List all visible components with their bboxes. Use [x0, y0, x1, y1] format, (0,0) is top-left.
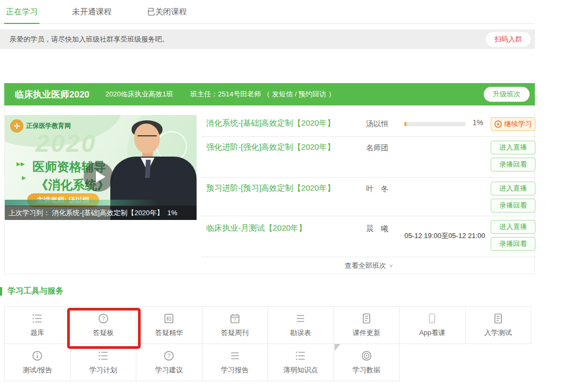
view-all-classes-link[interactable]: 查看全部班次 ˅ [202, 257, 535, 274]
course-teacher: 叶 冬 [366, 184, 388, 194]
tool-label: 课件更新 [353, 328, 380, 338]
enter-live-button[interactable]: 进入直播 [491, 220, 535, 234]
tool-label: 学习建议 [155, 365, 183, 375]
triangle-bullet-icon: ▶ [22, 175, 26, 181]
tool-study-plan[interactable]: 学习计划 [70, 344, 137, 381]
tool-label: 学习数据 [353, 365, 380, 375]
progress-fill [404, 122, 407, 126]
replay-button[interactable]: 录播回看 [491, 237, 535, 251]
course-teacher: 名师团 [366, 143, 388, 153]
advisor-contact-links[interactable]: （ 发短信 / 预约回访 ） [263, 89, 335, 99]
instructor-photo [145, 160, 151, 178]
course-title-link[interactable]: 消化系统-[基础]高效定制【2020年】 [206, 118, 335, 128]
tool-weak-points[interactable]: 薄弱知识点 [267, 344, 334, 381]
tool-errata[interactable]: 勘误表 [267, 306, 334, 344]
tool-label: 答疑周刊 [221, 328, 249, 338]
lines-icon [229, 350, 241, 362]
tool-label: 答疑精华 [155, 328, 183, 338]
course-video-thumbnail[interactable]: ✛ 正保医学教育网 2020 ▶▶ ▶ 医师资格辅导 《消化系统》 主讲老师: … [5, 115, 197, 220]
scan-join-group-button[interactable]: 扫码入群 [486, 32, 531, 47]
question-circle-icon: ? [97, 313, 109, 324]
tab-not-opened[interactable]: 未开通课程 [70, 7, 113, 23]
section-accent-bar [0, 287, 2, 296]
brand-cross-icon: ✛ [10, 119, 23, 133]
course-title-link[interactable]: 预习进阶-[预习]高效定制【2020年】 [206, 183, 335, 193]
last-learned-progress: 1% [167, 209, 177, 217]
tool-app-watch[interactable]: App看课 [399, 306, 466, 344]
tool-label: 学习报告 [221, 365, 249, 375]
svg-text:?: ? [102, 315, 105, 322]
play-button[interactable] [84, 162, 113, 192]
chevron-down-icon: ˅ [389, 263, 393, 269]
tool-study-data[interactable]: 学习数据 [334, 344, 400, 381]
tool-label: 测试/报告 [22, 365, 52, 375]
course-row: 强化进阶-[强化]高效定制【2020年】 名师团 进入直播 录播回看 [202, 137, 535, 178]
upgrade-class-button[interactable]: 升级班次 [484, 87, 530, 102]
list-icon [97, 350, 109, 362]
tool-test-report[interactable]: 测试/报告 [4, 344, 71, 381]
course-title-link[interactable]: 临床执业-月测试【2020年】 [206, 223, 306, 233]
progress-bar [404, 122, 466, 126]
tool-study-report[interactable]: 学习报告 [202, 344, 269, 381]
tool-label: 题库 [30, 328, 44, 338]
brand-logo: ✛ 正保医学教育网 [10, 119, 71, 133]
info-circle-icon [31, 350, 43, 362]
class-advisor: 班主任：2514号田老师 [190, 89, 261, 99]
document-icon [492, 313, 504, 324]
play-icon [96, 171, 105, 183]
replay-button[interactable]: 录播回看 [491, 199, 535, 213]
class-name: 2020临床执业高效1班 [105, 89, 173, 99]
class-card-header: 临床执业医师2020 2020临床执业高效1班 班主任：2514号田老师 （ 发… [4, 83, 535, 105]
live-schedule: 05-12 19:00至05-12 21:00 [404, 231, 485, 241]
triangle-bullet-icon: ▶▶ [17, 161, 25, 167]
tool-answer-board[interactable]: ? 答疑板 [70, 306, 137, 344]
continue-learning-button[interactable]: 继续学习 [491, 117, 535, 131]
course-status-tabbar: 正在学习 未开通课程 已关闭课程 [0, 0, 535, 24]
pointer-artifact-icon [335, 344, 340, 351]
tool-study-advice[interactable]: ? 学习建议 [136, 344, 202, 381]
class-title: 临床执业医师2020 [15, 88, 90, 101]
question-circle-icon: ? [163, 350, 175, 362]
tools-row-2: 测试/报告 学习计划 ? 学习建议 学习报告 [4, 344, 535, 381]
phone-icon [426, 313, 438, 324]
tab-learning[interactable]: 正在学习 [4, 7, 39, 24]
tab-closed[interactable]: 已关闭课程 [145, 7, 189, 23]
tools-section-header: 学习工具与服务 [0, 286, 63, 296]
instructor-photo [137, 135, 157, 141]
notice-text: 亲爱的学员，请尽快加入班级社群享受班级服务吧。 [10, 35, 169, 44]
tools-grid: 题库 ? 答疑板 精 答疑精华 [4, 306, 535, 381]
group-notice-bar: 亲爱的学员，请尽快加入班级社群享受班级服务吧。 扫码入群 [0, 29, 535, 49]
tool-answer-highlights[interactable]: 精 答疑精华 [136, 306, 202, 344]
last-learned-bar: 上次学习到： 消化系统-[基础]高效定制【2020年】 1% [5, 206, 197, 220]
lines-icon [295, 313, 306, 324]
target-icon [361, 350, 372, 362]
tool-label: 勘误表 [290, 328, 311, 338]
brand-name: 正保医学教育网 [26, 121, 71, 130]
tool-label: 入学测试 [484, 328, 512, 338]
enter-live-button[interactable]: 进入直播 [491, 141, 535, 154]
tools-row-1: 题库 ? 答疑板 精 答疑精华 [4, 306, 535, 344]
tool-label: 学习计划 [90, 365, 117, 375]
enter-live-button[interactable]: 进入直播 [491, 182, 535, 195]
tool-label: 答疑板 [93, 328, 113, 338]
jing-badge-icon: 精 [163, 313, 175, 324]
list-icon [31, 313, 43, 324]
document-icon [361, 313, 372, 324]
class-card: 临床执业医师2020 2020临床执业高效1班 班主任：2514号田老师 （ 发… [4, 83, 535, 274]
course-list: 消化系统-[基础]高效定制【2020年】 汤以恒 1% 继续学习 强化进阶-[强… [202, 105, 535, 274]
tool-answer-weekly[interactable]: 7 答疑周刊 [202, 306, 269, 344]
course-teacher: 晨 曦 [366, 224, 388, 234]
svg-text:精: 精 [166, 316, 172, 322]
class-card-body: ✛ 正保医学教育网 2020 ▶▶ ▶ 医师资格辅导 《消化系统》 主讲老师: … [4, 105, 535, 274]
play-circle-icon [494, 120, 502, 128]
course-row: 预习进阶-[预习]高效定制【2020年】 叶 冬 进入直播 录播回看 [202, 178, 535, 216]
svg-text:?: ? [167, 353, 170, 359]
tool-courseware-update[interactable]: 课件更新 [334, 306, 400, 344]
tool-entrance-test[interactable]: 入学测试 [465, 306, 532, 344]
list-icon [295, 350, 306, 362]
tool-question-bank[interactable]: 题库 [4, 306, 71, 344]
svg-text:7: 7 [233, 317, 236, 323]
course-teacher: 汤以恒 [366, 119, 388, 129]
course-title-link[interactable]: 强化进阶-[强化]高效定制【2020年】 [206, 142, 335, 152]
replay-button[interactable]: 录播回看 [491, 158, 535, 172]
